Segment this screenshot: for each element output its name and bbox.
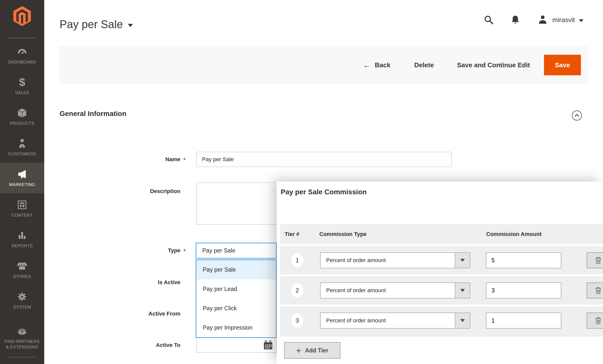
magento-admin-page: DASHBOARD $ SALES PRODUCTS — [0, 0, 603, 364]
commission-panel: Pay per Sale Commission Tier # Commissio… — [277, 181, 603, 364]
delete-tier-button[interactable] — [587, 313, 603, 329]
commission-amount-input[interactable] — [486, 252, 561, 268]
sidebar-item-label: MARKETING — [9, 182, 35, 188]
header-actions: mirasvit — [483, 14, 583, 26]
delete-tier-button[interactable] — [587, 252, 603, 268]
plus-icon: + — [296, 346, 301, 354]
commission-amount-input[interactable] — [486, 313, 561, 329]
commission-type-select[interactable]: Percent of order amount — [320, 313, 470, 329]
system-icon — [16, 291, 28, 302]
user-avatar-icon — [537, 14, 548, 25]
reports-icon — [16, 230, 28, 241]
page-actions-toolbar: ← Back Delete Save and Continue Edit Sav… — [59, 46, 588, 84]
type-select[interactable]: Pay per Sale — [196, 243, 277, 259]
sidebar-divider — [7, 38, 37, 38]
chevron-up-icon — [574, 114, 579, 117]
commission-amount-input[interactable] — [486, 282, 561, 298]
magento-logo-icon[interactable] — [13, 6, 31, 26]
search-icon[interactable] — [483, 14, 494, 26]
table-row: 3 Percent of order amount — [280, 307, 603, 337]
table-row: 2 Percent of order amount — [280, 276, 603, 305]
is-active-label: Is Active — [58, 279, 180, 286]
sidebar-item-products[interactable]: PRODUCTS — [0, 101, 44, 132]
caret-down-icon — [460, 259, 465, 262]
back-label: Back — [375, 61, 390, 69]
user-menu[interactable]: mirasvit — [537, 14, 583, 25]
dashboard-icon — [16, 46, 28, 57]
sidebar-item-reports[interactable]: REPORTS — [0, 224, 44, 255]
user-caret-down-icon — [579, 19, 583, 22]
tier-number-badge: 2 — [291, 283, 303, 297]
sidebar-item-label: SYSTEM — [13, 305, 31, 310]
notifications-bell-icon[interactable] — [510, 14, 521, 25]
sidebar-item-customers[interactable]: CUSTOMERS — [0, 132, 44, 163]
sidebar-item-system[interactable]: SYSTEM — [0, 285, 44, 316]
stores-icon — [16, 261, 28, 272]
trash-icon — [593, 315, 603, 326]
type-option-pay-per-sale[interactable]: Pay per Sale — [196, 260, 276, 279]
caret-down-icon — [460, 289, 465, 292]
tier-number-badge: 1 — [291, 253, 303, 267]
tier-number-badge: 3 — [291, 313, 303, 328]
name-label: Name — [58, 156, 180, 163]
tier-column-header: Tier # — [285, 224, 299, 244]
table-row: 1 Percent of order amount — [280, 246, 603, 274]
page-title: Pay per Sale — [60, 18, 123, 31]
sidebar-item-label: CUSTOMERS — [8, 151, 36, 157]
products-icon — [16, 107, 28, 118]
sidebar-item-label: SALES — [15, 90, 29, 96]
name-input[interactable] — [196, 152, 452, 167]
commission-amount-column-header: Commission Amount — [486, 224, 541, 244]
sidebar-nav: DASHBOARD $ SALES PRODUCTS — [0, 40, 44, 356]
title-caret-down-icon[interactable] — [128, 24, 133, 27]
type-option-pay-per-click[interactable]: Pay per Click — [196, 299, 276, 318]
commission-type-column-header: Commission Type — [319, 224, 367, 244]
commission-type-value: Percent of order amount — [326, 257, 386, 264]
select-arrow-button[interactable] — [455, 253, 470, 268]
trash-icon — [593, 255, 603, 266]
sidebar-item-find-partners[interactable]: FIND PARTNERS & EXTENSIONS — [0, 319, 44, 356]
customers-icon — [16, 138, 28, 149]
delete-tier-button[interactable] — [587, 282, 603, 298]
select-arrow-button[interactable] — [455, 283, 470, 298]
active-from-label: Active From — [58, 310, 180, 317]
content-icon — [16, 199, 28, 210]
sidebar-item-sales[interactable]: $ SALES — [0, 71, 44, 101]
sidebar-item-label: STORES — [13, 274, 31, 279]
back-button[interactable]: ← Back — [363, 60, 390, 70]
save-button[interactable]: Save — [544, 55, 581, 75]
add-tier-button[interactable]: + Add Tier — [284, 342, 340, 359]
sidebar-item-dashboard[interactable]: DASHBOARD — [0, 40, 44, 71]
trash-icon — [593, 285, 603, 296]
sidebar-item-label: CONTENT — [12, 213, 33, 218]
select-arrow-button[interactable] — [455, 313, 470, 328]
commission-panel-title: Pay per Sale Commission — [281, 188, 367, 196]
type-option-pay-per-impression[interactable]: Pay per Impression — [196, 318, 276, 337]
commission-type-value: Percent of order amount — [326, 317, 386, 324]
sidebar-item-stores[interactable]: STORES — [0, 255, 44, 285]
marketing-icon — [16, 169, 28, 180]
description-label: Description — [58, 188, 180, 195]
calendar-icon[interactable] — [263, 340, 273, 350]
back-arrow-icon: ← — [363, 60, 371, 70]
sidebar-item-label: DASHBOARD — [8, 59, 36, 65]
sidebar: DASHBOARD $ SALES PRODUCTS — [0, 0, 44, 364]
add-tier-label: Add Tier — [305, 347, 328, 354]
type-required-mark: * — [183, 248, 191, 255]
type-option-pay-per-lead[interactable]: Pay per Lead — [196, 279, 276, 299]
type-select-value: Pay per Sale — [202, 247, 235, 254]
sidebar-item-content[interactable]: CONTENT — [0, 193, 44, 224]
delete-button[interactable]: Delete — [414, 61, 434, 69]
find-partners-icon — [16, 326, 28, 337]
commission-type-value: Percent of order amount — [326, 287, 386, 294]
page-title-row: Pay per Sale — [60, 18, 133, 31]
commission-type-select[interactable]: Percent of order amount — [320, 282, 470, 298]
sidebar-item-marketing[interactable]: MARKETING — [0, 163, 44, 193]
section-title: General Information — [60, 110, 126, 118]
collapse-section-button[interactable] — [572, 110, 582, 120]
sales-icon: $ — [19, 77, 25, 88]
commission-type-select[interactable]: Percent of order amount — [320, 252, 470, 268]
save-and-continue-button[interactable]: Save and Continue Edit — [457, 61, 530, 69]
active-to-label: Active To — [58, 342, 180, 349]
sidebar-item-label: FIND PARTNERS & EXTENSIONS — [3, 339, 41, 350]
